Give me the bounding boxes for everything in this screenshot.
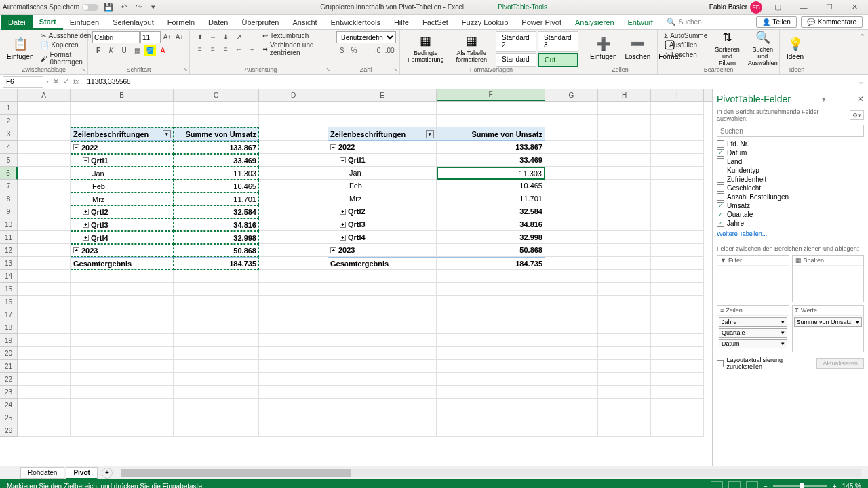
- cell[interactable]: [651, 308, 704, 321]
- row-header[interactable]: 4: [0, 141, 18, 154]
- cell[interactable]: [545, 127, 598, 141]
- add-sheet-button[interactable]: +: [102, 468, 113, 479]
- cell[interactable]: [259, 257, 328, 270]
- cell[interactable]: 32.998: [174, 231, 259, 244]
- row-header[interactable]: 22: [0, 373, 18, 386]
- expand-collapse-icon[interactable]: +: [340, 222, 346, 228]
- cell[interactable]: +Qrtl2: [71, 205, 174, 218]
- cell[interactable]: −Qrtl1: [71, 154, 174, 167]
- cell[interactable]: [651, 283, 704, 296]
- cell[interactable]: Summe von Umsatz: [174, 127, 259, 141]
- cell[interactable]: [651, 411, 704, 424]
- cell[interactable]: [545, 102, 598, 115]
- align-left-icon[interactable]: ≡: [194, 43, 206, 54]
- field-checkbox[interactable]: ✓: [717, 220, 724, 227]
- cell[interactable]: [71, 102, 174, 115]
- cell[interactable]: [545, 360, 598, 373]
- cell[interactable]: 11.701: [437, 192, 545, 205]
- cell[interactable]: [259, 115, 328, 127]
- number-launcher-icon[interactable]: ↘: [393, 66, 398, 73]
- save-icon[interactable]: 💾: [104, 3, 113, 12]
- align-middle-icon[interactable]: ↔: [207, 31, 219, 42]
- cell[interactable]: 34.816: [174, 218, 259, 231]
- cell-style-standard3[interactable]: Standard 3: [538, 31, 578, 52]
- tab-powerpivot[interactable]: Power Pivot: [515, 15, 568, 30]
- clipboard-launcher-icon[interactable]: ↘: [81, 66, 86, 73]
- insert-cells-button[interactable]: ➕Einfügen: [587, 31, 619, 65]
- cell[interactable]: [18, 399, 71, 411]
- cell[interactable]: [598, 231, 651, 244]
- qat-dropdown-icon[interactable]: ▾: [149, 3, 158, 12]
- cell[interactable]: [18, 360, 71, 373]
- field-checkbox[interactable]: ✓: [717, 149, 724, 157]
- cell[interactable]: [651, 399, 704, 411]
- cell[interactable]: [259, 347, 328, 360]
- cell[interactable]: Zeilenbeschriftungen▾: [71, 127, 174, 141]
- formula-input[interactable]: [83, 76, 854, 88]
- cell[interactable]: Mrz: [328, 192, 437, 205]
- cell[interactable]: 184.735: [437, 257, 545, 270]
- col-header-b[interactable]: B: [71, 89, 174, 101]
- font-color-button[interactable]: A: [157, 45, 169, 56]
- defer-checkbox[interactable]: [717, 360, 724, 367]
- row-header[interactable]: 16: [0, 296, 18, 308]
- cell[interactable]: [259, 231, 328, 244]
- cell[interactable]: [71, 424, 174, 437]
- cell[interactable]: Jan: [71, 167, 174, 180]
- cell[interactable]: [259, 141, 328, 154]
- cell[interactable]: [651, 231, 704, 244]
- cell[interactable]: 33.469: [174, 154, 259, 167]
- cell[interactable]: [545, 231, 598, 244]
- cell[interactable]: [259, 102, 328, 115]
- col-header-h[interactable]: H: [598, 89, 651, 101]
- cell[interactable]: [545, 411, 598, 424]
- cell[interactable]: [259, 308, 328, 321]
- autosave-toggle[interactable]: Automatisches Speichern: [3, 3, 98, 11]
- cell[interactable]: [71, 399, 174, 411]
- cell[interactable]: [545, 399, 598, 411]
- cell[interactable]: 32.584: [437, 205, 545, 218]
- cell[interactable]: [71, 270, 174, 283]
- cell[interactable]: [545, 167, 598, 180]
- row-header[interactable]: 8: [0, 192, 18, 205]
- cell[interactable]: [18, 321, 71, 334]
- cell[interactable]: [437, 373, 545, 386]
- align-bottom-icon[interactable]: ⬇: [220, 31, 232, 42]
- cell[interactable]: +Qrtl4: [71, 231, 174, 244]
- cell[interactable]: [437, 296, 545, 308]
- expand-collapse-icon[interactable]: +: [340, 209, 346, 215]
- cell[interactable]: [651, 115, 704, 127]
- cell[interactable]: [18, 386, 71, 399]
- zoom-slider[interactable]: [773, 485, 827, 487]
- zoom-level[interactable]: 145 %: [842, 483, 861, 489]
- cell[interactable]: Zeilenbeschriftungen▾: [328, 127, 437, 141]
- cut-button[interactable]: ✂ Ausschneiden: [39, 31, 93, 40]
- field-checkbox[interactable]: ✓: [717, 202, 724, 209]
- cell[interactable]: [598, 308, 651, 321]
- field-search-input[interactable]: [717, 125, 864, 137]
- columns-area[interactable]: ▦Spalten: [792, 255, 865, 302]
- field-item[interactable]: Zufriedenheit: [717, 175, 864, 184]
- underline-button[interactable]: U: [118, 45, 130, 56]
- cell[interactable]: [437, 386, 545, 399]
- cell[interactable]: [174, 360, 259, 373]
- inc-decimal-icon[interactable]: .0: [372, 45, 384, 56]
- cell[interactable]: [174, 270, 259, 283]
- cell[interactable]: [18, 270, 71, 283]
- sheet-tab-rohdaten[interactable]: Rohdaten: [20, 467, 64, 479]
- values-item-umsatz[interactable]: Summe von Umsatz▾: [794, 317, 863, 327]
- field-item[interactable]: Land: [717, 157, 864, 166]
- row-header[interactable]: 18: [0, 321, 18, 334]
- cell[interactable]: [71, 283, 174, 296]
- cell[interactable]: [174, 347, 259, 360]
- cell[interactable]: [71, 115, 174, 127]
- cell[interactable]: [174, 283, 259, 296]
- cell[interactable]: [174, 308, 259, 321]
- cell[interactable]: [437, 270, 545, 283]
- align-right-icon[interactable]: ≡: [220, 43, 232, 54]
- cell[interactable]: [651, 244, 704, 257]
- cell[interactable]: [598, 347, 651, 360]
- fill-button[interactable]: ↓ Ausfüllen: [662, 41, 709, 49]
- cell[interactable]: [259, 167, 328, 180]
- cell[interactable]: [651, 192, 704, 205]
